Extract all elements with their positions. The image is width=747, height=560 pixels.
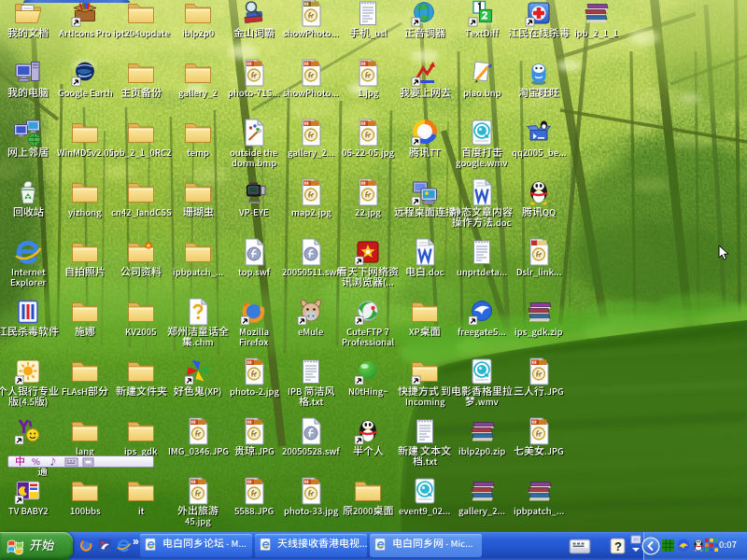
- svg-text:?: ?: [614, 539, 622, 553]
